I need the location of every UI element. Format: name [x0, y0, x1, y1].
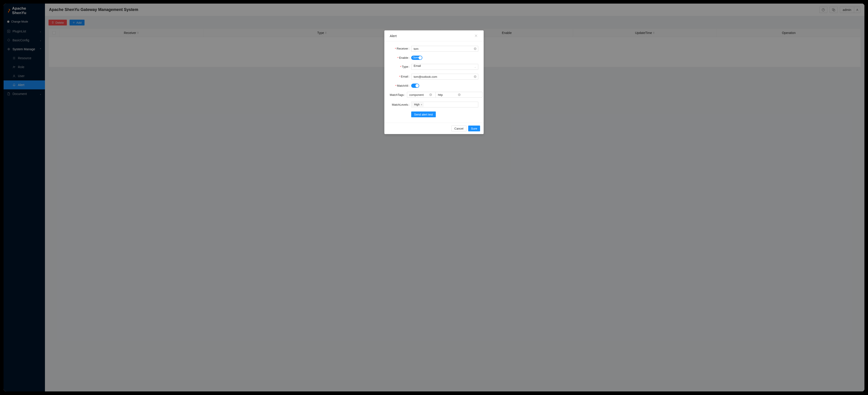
field-email: *Email ✕: [390, 74, 478, 79]
label-receiver: *Receiver: [390, 47, 411, 51]
alert-modal: Alert *Receiver ✕ *Enable: [384, 30, 484, 134]
switch-knob-icon: [415, 84, 419, 87]
switch-knob-icon: [418, 56, 422, 59]
level-tag: High ✕: [412, 103, 424, 106]
close-button[interactable]: [474, 34, 478, 38]
modal-body: *Receiver ✕ *Enable Open: [384, 41, 484, 123]
field-send-test: x Send alert test: [390, 111, 478, 117]
label-matchall: *MatchAll: [390, 84, 411, 88]
matchall-switch[interactable]: [411, 84, 419, 88]
enable-switch[interactable]: Open: [411, 56, 422, 60]
clear-icon[interactable]: ✕: [458, 93, 461, 96]
close-icon: [475, 34, 477, 37]
type-select[interactable]: Email: [411, 64, 478, 70]
app-window: Apache ShenYu Change Mode PluginList ⌄ B…: [4, 4, 864, 391]
field-matchlevels: MatchLevels High ✕: [390, 102, 478, 107]
clear-icon[interactable]: ✕: [474, 75, 476, 78]
label-matchtags: MatchTags: [390, 93, 407, 97]
label-type: *Type: [390, 65, 411, 69]
tag-label: High: [414, 103, 420, 106]
select-value: Email: [414, 64, 421, 67]
field-matchtags: MatchTags ✕ ✕ Add Delete: [390, 92, 478, 98]
field-matchall: *MatchAll: [390, 84, 478, 88]
button-label: Cancel: [454, 127, 463, 130]
modal-title: Alert: [390, 34, 397, 38]
field-type: *Type Email ⌄: [390, 64, 478, 70]
tag-remove-icon[interactable]: ✕: [421, 103, 422, 106]
modal-footer: Cancel Sure: [384, 123, 484, 134]
clear-icon[interactable]: ✕: [474, 47, 476, 50]
email-input[interactable]: [411, 74, 478, 79]
chevron-down-icon: ⌄: [474, 66, 476, 68]
matchlevels-select[interactable]: High ✕: [411, 102, 478, 107]
modal-overlay[interactable]: Alert *Receiver ✕ *Enable: [4, 4, 864, 391]
send-alert-test-button[interactable]: Send alert test: [411, 111, 436, 117]
receiver-input[interactable]: [411, 46, 478, 52]
cancel-button[interactable]: Cancel: [452, 126, 466, 131]
field-receiver: *Receiver ✕: [390, 46, 478, 52]
label-enable: *Enable: [390, 56, 411, 60]
modal-header: Alert: [384, 30, 484, 41]
switch-label: Open: [413, 56, 419, 59]
label-matchlevels: MatchLevels: [390, 103, 411, 106]
clear-icon[interactable]: ✕: [429, 93, 432, 96]
button-label: Sure: [471, 127, 477, 130]
sure-button[interactable]: Sure: [468, 126, 480, 131]
label-email: *Email: [390, 75, 411, 78]
field-enable: *Enable Open: [390, 56, 478, 60]
button-label: Send alert test: [414, 113, 433, 116]
